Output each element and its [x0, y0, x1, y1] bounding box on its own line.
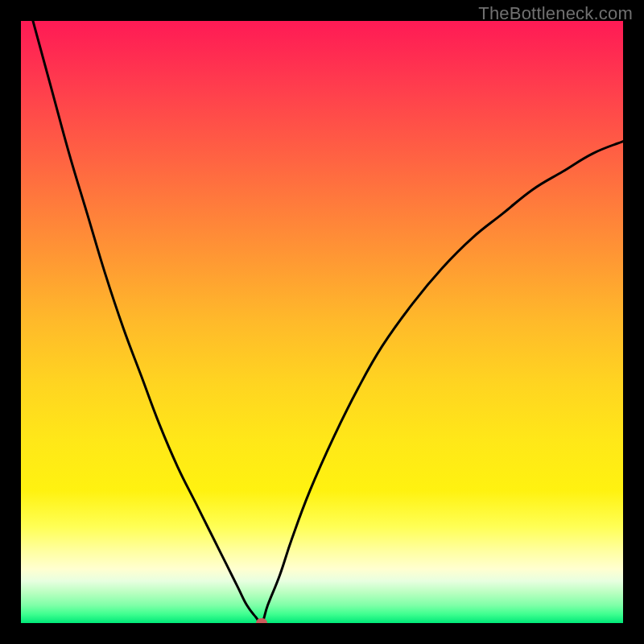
chart-frame: TheBottleneck.com	[0, 0, 644, 644]
bottleneck-curve	[21, 21, 623, 623]
watermark-text: TheBottleneck.com	[478, 3, 633, 24]
minimum-marker	[256, 618, 267, 623]
plot-area	[21, 21, 623, 623]
